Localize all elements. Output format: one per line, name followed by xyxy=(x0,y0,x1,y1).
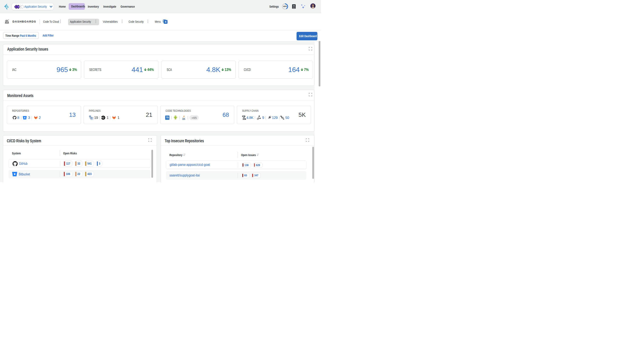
svg-text:?: ? xyxy=(293,5,295,8)
